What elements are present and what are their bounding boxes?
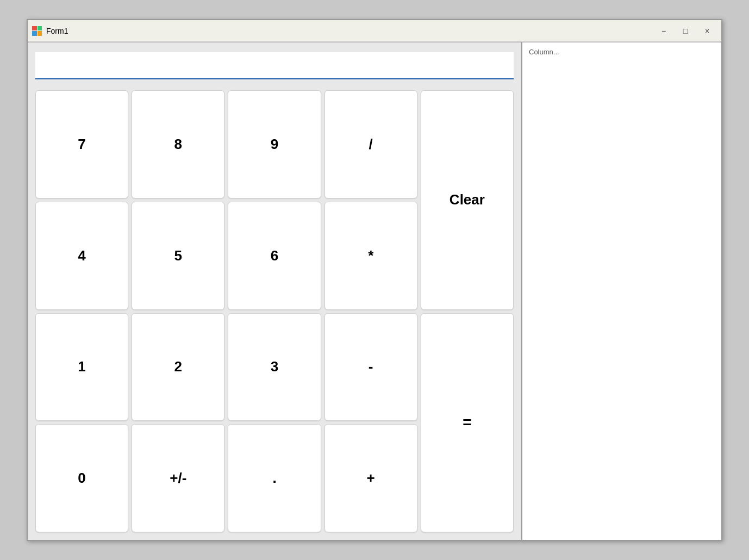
button-1[interactable]: 1 bbox=[35, 313, 128, 421]
right-panel: Column... bbox=[522, 42, 721, 540]
title-bar-left: Form1 bbox=[32, 26, 68, 36]
button-5[interactable]: 5 bbox=[132, 202, 224, 310]
column-label[interactable]: Column... bbox=[527, 47, 561, 57]
button-9[interactable]: 9 bbox=[228, 90, 321, 198]
title-bar: Form1 − □ × bbox=[28, 20, 721, 42]
window-title: Form1 bbox=[46, 27, 68, 35]
calculator-panel: 7 8 9 / Clear 4 5 6 * 1 2 3 - = 0 bbox=[28, 42, 522, 540]
main-window: Form1 − □ × 7 8 9 / Clear bbox=[27, 19, 722, 541]
button-3[interactable]: 3 bbox=[228, 313, 321, 421]
button-add[interactable]: + bbox=[324, 424, 417, 532]
minimize-button[interactable]: − bbox=[654, 23, 673, 39]
button-negate[interactable]: +/- bbox=[132, 424, 224, 532]
maximize-button[interactable]: □ bbox=[676, 23, 695, 39]
button-divide[interactable]: / bbox=[324, 90, 417, 198]
equals-button[interactable]: = bbox=[421, 313, 514, 533]
button-7[interactable]: 7 bbox=[35, 90, 128, 198]
close-button[interactable]: × bbox=[697, 23, 717, 39]
button-6[interactable]: 6 bbox=[228, 202, 321, 310]
button-subtract[interactable]: - bbox=[324, 313, 417, 421]
clear-button[interactable]: Clear bbox=[421, 90, 514, 310]
display-input[interactable] bbox=[35, 52, 514, 79]
window-content: 7 8 9 / Clear 4 5 6 * 1 2 3 - = 0 bbox=[28, 42, 721, 540]
button-8[interactable]: 8 bbox=[132, 90, 224, 198]
app-icon bbox=[32, 26, 42, 36]
button-0[interactable]: 0 bbox=[35, 424, 128, 532]
display-area bbox=[33, 48, 516, 84]
title-bar-controls: − □ × bbox=[654, 23, 717, 39]
buttons-grid: 7 8 9 / Clear 4 5 6 * 1 2 3 - = 0 bbox=[33, 88, 516, 534]
button-2[interactable]: 2 bbox=[132, 313, 224, 421]
button-decimal[interactable]: . bbox=[228, 424, 321, 532]
button-4[interactable]: 4 bbox=[35, 202, 128, 310]
button-multiply[interactable]: * bbox=[324, 202, 417, 310]
